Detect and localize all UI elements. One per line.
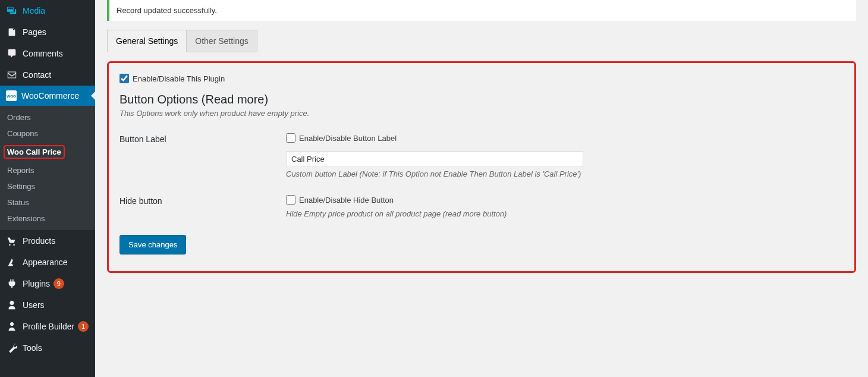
sidebar-item-comments[interactable]: Comments: [0, 43, 95, 64]
tab-other-settings[interactable]: Other Settings: [187, 30, 257, 52]
tab-general-settings[interactable]: General Settings: [107, 30, 187, 52]
field-label: Hide button: [119, 195, 286, 206]
sidebar-item-label: Tools: [23, 343, 42, 353]
sidebar-item-label: Products: [23, 236, 55, 246]
sidebar-sub-woo-call-price[interactable]: Woo Call Price: [0, 142, 95, 162]
sidebar-submenu: Orders Coupons Woo Call Price Reports Se…: [0, 106, 95, 230]
profile-badge: 1: [78, 321, 89, 332]
sidebar-item-contact[interactable]: Contact: [0, 64, 95, 86]
appearance-icon: [6, 256, 18, 268]
sidebar-item-media[interactable]: Media: [0, 0, 95, 21]
row-button-label: Button Label Enable/Disable Button Label…: [119, 133, 844, 178]
sidebar-item-appearance[interactable]: Appearance: [0, 252, 95, 273]
users-icon: [6, 299, 18, 311]
sidebar-item-woocommerce[interactable]: woo WooCommerce: [0, 86, 95, 106]
enable-button-label-text: Enable/Disable Button Label: [299, 134, 397, 143]
sidebar-item-label: Contact: [23, 70, 51, 80]
sidebar-sub-status[interactable]: Status: [0, 194, 95, 211]
sidebar-sub-extensions[interactable]: Extensions: [0, 211, 95, 227]
sidebar-item-plugins[interactable]: Plugins 9: [0, 273, 95, 294]
sidebar-item-tools[interactable]: Tools: [0, 337, 95, 359]
field-label: Button Label: [119, 133, 286, 144]
admin-sidebar: Media Pages Comments Contact woo WooComm…: [0, 0, 95, 377]
hide-button-hint: Hide Empty price product on all product …: [286, 209, 844, 218]
sidebar-item-label: Profile Builder: [23, 322, 74, 331]
pages-icon: [6, 26, 18, 38]
settings-panel: Enable/Disable This Plugin Button Option…: [107, 61, 856, 273]
sidebar-item-pages[interactable]: Pages: [0, 21, 95, 43]
sidebar-sub-reports[interactable]: Reports: [0, 162, 95, 178]
woocommerce-icon: woo: [6, 90, 17, 101]
success-notice: Record updated successfully.: [107, 0, 856, 21]
contact-icon: [6, 69, 18, 81]
profile-icon: [6, 321, 18, 332]
sidebar-sub-orders[interactable]: Orders: [0, 109, 95, 125]
sidebar-sub-coupons[interactable]: Coupons: [0, 125, 95, 142]
sidebar-item-users[interactable]: Users: [0, 294, 95, 316]
sidebar-item-label: Pages: [23, 27, 46, 37]
button-label-input[interactable]: [286, 151, 583, 167]
section-title: Button Options (Read more): [119, 93, 844, 106]
sidebar-item-label: WooCommerce: [21, 91, 79, 100]
settings-tabs: General Settings Other Settings: [107, 30, 856, 52]
main-content: Record updated successfully. General Set…: [95, 0, 868, 377]
sidebar-item-label: Media: [23, 6, 45, 15]
plugins-icon: [6, 278, 18, 290]
sidebar-item-label: Users: [23, 300, 45, 310]
button-label-hint: Custom button Label (Note: if This Optio…: [286, 169, 844, 178]
enable-plugin-label: Enable/Disable This Plugin: [133, 74, 225, 83]
tools-icon: [6, 342, 18, 354]
media-icon: [6, 5, 18, 17]
sidebar-item-label: Appearance: [23, 257, 68, 267]
comments-icon: [6, 48, 18, 59]
notice-text: Record updated successfully.: [117, 6, 217, 15]
plugins-badge: 9: [54, 278, 64, 289]
save-button[interactable]: Save changes: [119, 235, 186, 255]
enable-hide-button-checkbox[interactable]: [286, 195, 295, 205]
enable-button-label-checkbox[interactable]: [286, 133, 295, 143]
sidebar-sub-settings[interactable]: Settings: [0, 178, 95, 194]
sidebar-item-label: Plugins: [23, 279, 50, 288]
enable-plugin-checkbox[interactable]: [119, 74, 129, 83]
sidebar-item-profile-builder[interactable]: Profile Builder 1: [0, 316, 95, 337]
sidebar-item-products[interactable]: Products: [0, 230, 95, 252]
sidebar-item-label: Comments: [23, 49, 63, 58]
row-hide-button: Hide button Enable/Disable Hide Button H…: [119, 195, 844, 218]
section-description: This Options work only when product have…: [119, 109, 844, 118]
products-icon: [6, 235, 18, 247]
enable-hide-button-text: Enable/Disable Hide Button: [299, 196, 394, 205]
